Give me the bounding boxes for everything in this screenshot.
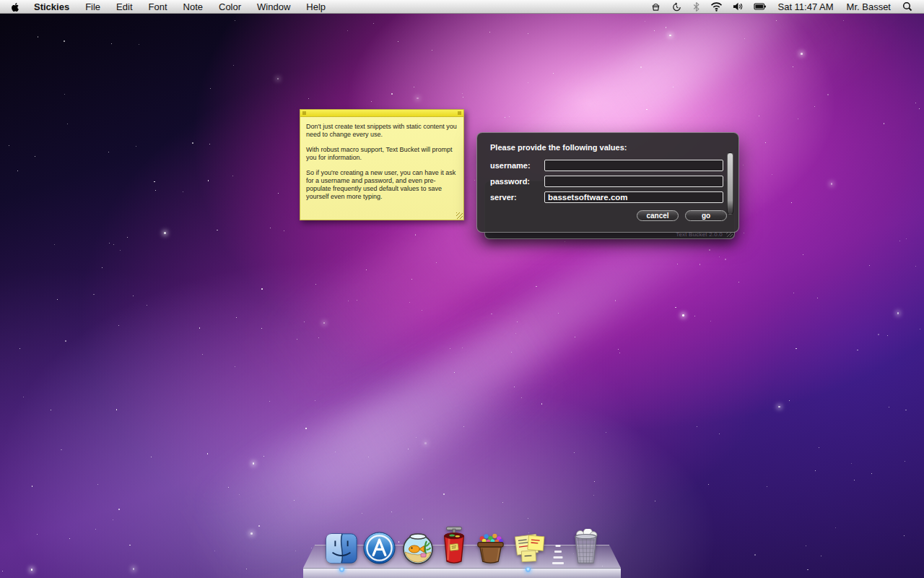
note-close-widget[interactable]: [302, 111, 306, 115]
fishbowl-icon: [401, 530, 435, 565]
menu-clock[interactable]: Sat 11:47 AM: [772, 1, 839, 12]
time-machine-icon[interactable]: [666, 1, 687, 12]
menu-file[interactable]: File: [77, 0, 108, 14]
bluetooth-icon[interactable]: [687, 1, 705, 12]
sticky-note-titlebar[interactable]: [300, 110, 463, 117]
dock-divider: [551, 540, 565, 565]
dialog-scrollbar[interactable]: [727, 152, 733, 215]
running-indicator-finder: [339, 567, 344, 572]
server-field[interactable]: [544, 191, 723, 203]
dock-shelf-front: [303, 568, 621, 578]
server-label: server:: [490, 193, 544, 202]
dialog-title: Please provide the following values:: [490, 143, 627, 152]
menu-bar: Stickies File Edit Font Note Color Windo…: [0, 0, 924, 14]
dock-item-stickies[interactable]: [513, 531, 546, 565]
menu-note[interactable]: Note: [175, 0, 211, 14]
spotlight-icon[interactable]: [898, 1, 917, 12]
sticky-note-text[interactable]: Don't just create text snippets with sta…: [300, 117, 463, 211]
note-paragraph: So if you're creating a new user, you ca…: [306, 169, 458, 201]
apple-menu[interactable]: [7, 1, 26, 12]
stickies-icon: [513, 531, 546, 565]
username-field[interactable]: [544, 160, 723, 171]
note-paragraph: Don't just create text snippets with sta…: [306, 123, 458, 139]
password-label: password:: [490, 177, 544, 186]
desktop-wallpaper: [0, 0, 924, 578]
dock-item-finder[interactable]: [325, 532, 358, 565]
dock-item-trash[interactable]: [570, 529, 602, 565]
app-store-icon: [362, 531, 396, 565]
menu-window[interactable]: Window: [249, 0, 298, 14]
sticky-note-window[interactable]: Don't just create text snippets with sta…: [300, 109, 464, 220]
menu-font[interactable]: Font: [141, 0, 175, 14]
password-field[interactable]: [544, 176, 723, 187]
username-label: username:: [490, 161, 544, 170]
dock: [303, 519, 621, 578]
go-button[interactable]: go: [685, 210, 727, 221]
menu-help[interactable]: Help: [298, 0, 334, 14]
note-collapse-widget[interactable]: [458, 111, 461, 115]
apple-logo-icon: [10, 1, 19, 12]
finder-icon: [325, 532, 358, 565]
battery-icon[interactable]: [749, 2, 772, 11]
dock-item-fishbowl[interactable]: [401, 530, 435, 565]
note-resize-grip[interactable]: [456, 212, 463, 219]
wifi-icon[interactable]: [705, 1, 728, 12]
running-indicator-stickies: [526, 567, 531, 572]
app-menu-stickies[interactable]: Stickies: [26, 0, 77, 14]
menu-edit[interactable]: Edit: [108, 0, 140, 14]
text-bucket-menu-icon[interactable]: [645, 1, 666, 12]
menu-color[interactable]: Color: [211, 0, 249, 14]
dock-item-text-bucket[interactable]: [440, 526, 468, 565]
candy-bucket-icon: [473, 532, 508, 565]
dock-item-candy-bucket[interactable]: [473, 532, 508, 565]
trash-full-icon: [570, 529, 602, 565]
user-menu[interactable]: Mr. Basset: [840, 1, 898, 12]
volume-icon[interactable]: [728, 1, 749, 12]
macro-prompt-dialog: Please provide the following values: use…: [476, 132, 739, 233]
note-paragraph: With robust macro support, Text Bucket w…: [306, 146, 458, 162]
text-bucket-icon: [440, 526, 468, 565]
dock-item-app-store[interactable]: [362, 531, 396, 565]
cancel-button[interactable]: cancel: [637, 210, 679, 221]
